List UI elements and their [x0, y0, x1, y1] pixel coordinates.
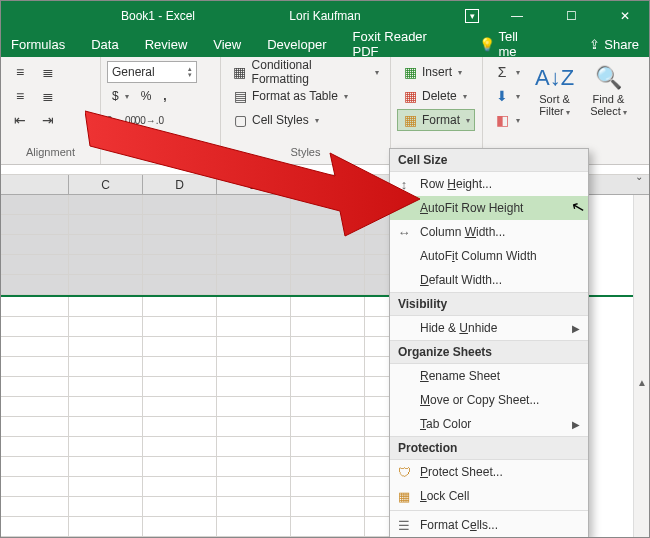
format-cells-button[interactable]: ▦ Format▾ — [397, 109, 475, 131]
menu-default-width[interactable]: Default Width... — [390, 268, 588, 292]
group-number-label: N… — [107, 146, 214, 162]
user-name: Lori Kaufman — [289, 9, 360, 23]
sort-filter-button[interactable]: A↓Z Sort &Filter▾ — [529, 61, 580, 135]
format-icon: ▦ — [402, 112, 418, 128]
decrease-indent-button[interactable]: ⇤ — [7, 109, 33, 131]
cell-styles-button[interactable]: ▢ Cell Styles▾ — [227, 109, 384, 131]
share-label: Share — [604, 37, 639, 52]
menu-lock-cell[interactable]: ▦ Lock Cell — [390, 484, 588, 508]
sort-filter-icon: A↓Z — [535, 65, 574, 91]
number-format-select[interactable]: General ▴▾ — [107, 61, 197, 83]
increase-decimal-button[interactable]: .0→.00 — [107, 109, 133, 131]
menu-column-width[interactable]: ↔ Column Width... — [390, 220, 588, 244]
vertical-scrollbar[interactable]: ▲ — [633, 195, 649, 537]
col-header[interactable]: D — [143, 175, 217, 194]
insert-label: Insert — [422, 65, 452, 79]
menu-tab-color[interactable]: Tab Color▶ — [390, 412, 588, 436]
number-format-value: General — [112, 65, 155, 79]
currency-icon: $ — [112, 89, 119, 103]
tell-me[interactable]: 💡 Tell me — [479, 29, 538, 59]
insert-icon: ▦ — [402, 64, 418, 80]
delete-label: Delete — [422, 89, 457, 103]
menu-section-cellsize: Cell Size — [390, 149, 588, 172]
window-title: Book1 - Excel — [1, 9, 465, 23]
fill-icon: ⬇ — [494, 88, 510, 104]
menu-autofit-column-width[interactable]: AutoFit Column Width — [390, 244, 588, 268]
column-width-icon: ↔ — [396, 225, 412, 240]
formula-bar-expand[interactable]: ⌄ — [631, 169, 647, 185]
format-cells-icon: ☰ — [396, 518, 412, 533]
tab-review[interactable]: Review — [145, 37, 188, 52]
tab-foxit[interactable]: Foxit Reader PDF — [353, 29, 453, 59]
menu-row-height[interactable]: ↕ Row Height... — [390, 172, 588, 196]
delete-icon: ▦ — [402, 88, 418, 104]
align-top-button[interactable]: ≡ — [7, 61, 33, 83]
maximize-button[interactable]: ☐ — [553, 1, 589, 31]
format-as-table-label: Format as Table — [252, 89, 338, 103]
menu-rename-sheet[interactable]: Rename Sheet — [390, 364, 588, 388]
menu-protect-sheet[interactable]: 🛡 Protect Sheet... — [390, 460, 588, 484]
menu-autofit-row-height[interactable]: AutoFit Row Height — [390, 196, 588, 220]
lightbulb-icon: 💡 — [479, 37, 495, 52]
title-bar: Book1 - Excel Lori Kaufman ▾ — ☐ ✕ — [1, 1, 649, 31]
percent-button[interactable]: % — [136, 85, 157, 107]
fill-button[interactable]: ⬇▾ — [489, 85, 525, 107]
sort-filter-label2: Filter — [539, 105, 563, 117]
group-styles-label: Styles — [227, 146, 384, 162]
find-select-label1: Find & — [593, 93, 625, 105]
row-height-icon: ↕ — [396, 177, 412, 192]
lock-cell-icon: ▦ — [396, 489, 412, 504]
clear-button[interactable]: ◧▾ — [489, 109, 525, 131]
tell-me-label: Tell me — [499, 29, 538, 59]
tab-data[interactable]: Data — [91, 37, 118, 52]
delete-cells-button[interactable]: ▦ Delete▾ — [397, 85, 475, 107]
ribbon-tabstrip: Formulas Data Review View Developer Foxi… — [1, 31, 649, 57]
find-select-button[interactable]: 🔍 Find &Select▾ — [584, 61, 633, 135]
format-menu: Cell Size ↕ Row Height... AutoFit Row He… — [389, 148, 589, 538]
submenu-arrow-icon: ▶ — [572, 323, 580, 334]
conditional-formatting-button[interactable]: ▦ Conditional Formatting▾ — [227, 61, 384, 83]
scroll-up-icon[interactable]: ▲ — [637, 377, 647, 388]
autosum-button[interactable]: Σ▾ — [489, 61, 525, 83]
protect-sheet-icon: 🛡 — [396, 465, 412, 480]
currency-button[interactable]: $▾ — [107, 85, 134, 107]
col-header[interactable]: C — [69, 175, 143, 194]
menu-move-copy-sheet[interactable]: Move or Copy Sheet... — [390, 388, 588, 412]
col-header[interactable]: F — [291, 175, 365, 194]
cell-styles-label: Cell Styles — [252, 113, 309, 127]
align-left-button[interactable]: ≡ — [7, 85, 33, 107]
tab-formulas[interactable]: Formulas — [11, 37, 65, 52]
menu-format-cells[interactable]: ☰ Format Cells... — [390, 513, 588, 537]
decrease-decimal-button[interactable]: .00→.0 — [135, 109, 161, 131]
percent-icon: % — [141, 89, 152, 103]
comma-button[interactable]: , — [158, 85, 171, 107]
tab-developer[interactable]: Developer — [267, 37, 326, 52]
sort-filter-label1: Sort & — [539, 93, 570, 105]
menu-hide-unhide[interactable]: Hide & Unhide▶ — [390, 316, 588, 340]
close-button[interactable]: ✕ — [607, 1, 643, 31]
cell-styles-icon: ▢ — [232, 112, 248, 128]
menu-section-visibility: Visibility — [390, 292, 588, 316]
increase-indent-button[interactable]: ⇥ — [35, 109, 61, 131]
share-button[interactable]: ⇪ Share — [589, 37, 639, 52]
eraser-icon: ◧ — [494, 112, 510, 128]
tab-view[interactable]: View — [213, 37, 241, 52]
minimize-button[interactable]: — — [499, 1, 535, 31]
find-select-label2: Select — [590, 105, 621, 117]
insert-cells-button[interactable]: ▦ Insert▾ — [397, 61, 475, 83]
format-as-table-button[interactable]: ▤ Format as Table▾ — [227, 85, 384, 107]
menu-section-protection: Protection — [390, 436, 588, 460]
align-center-button[interactable]: ≣ — [35, 85, 61, 107]
align-middle-button[interactable]: ≣ — [35, 61, 61, 83]
comma-icon: , — [163, 89, 166, 103]
format-label: Format — [422, 113, 460, 127]
submenu-arrow-icon: ▶ — [572, 419, 580, 430]
ribbon-display-options-icon[interactable]: ▾ — [465, 9, 479, 23]
group-alignment-label: Alignment — [7, 146, 94, 162]
menu-section-organize: Organize Sheets — [390, 340, 588, 364]
col-header[interactable] — [1, 175, 69, 194]
conditional-formatting-label: Conditional Formatting — [252, 58, 369, 86]
conditional-formatting-icon: ▦ — [232, 64, 248, 80]
col-header[interactable]: E — [217, 175, 291, 194]
sigma-icon: Σ — [494, 64, 510, 80]
